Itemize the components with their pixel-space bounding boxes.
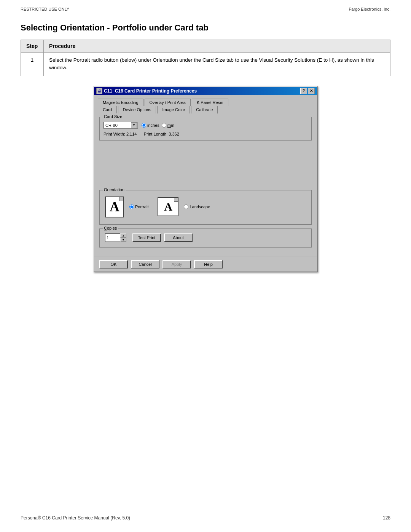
step-procedure: Select the Portrait radio button (below)… bbox=[44, 53, 390, 76]
inches-radio[interactable] bbox=[142, 123, 146, 128]
inches-radio-label[interactable]: inches bbox=[142, 123, 159, 128]
tab-overlay-print-area[interactable]: Overlay / Print Area bbox=[145, 99, 191, 106]
copies-group: Copies 1 ▲ ▼ Test Print About bbox=[99, 228, 312, 248]
ok-button[interactable]: OK bbox=[99, 260, 128, 268]
help-button[interactable]: Help bbox=[194, 260, 223, 268]
col-procedure: Procedure bbox=[44, 40, 390, 53]
copies-label: Copies bbox=[103, 226, 118, 230]
page-footer: Persona® C16 Card Printer Service Manual… bbox=[21, 515, 390, 521]
footer-right: 128 bbox=[383, 515, 390, 521]
tab-device-options[interactable]: Device Options bbox=[118, 106, 156, 113]
cancel-button[interactable]: Cancel bbox=[131, 260, 159, 268]
tab-image-color[interactable]: Image Color bbox=[157, 106, 190, 113]
tab-magnetic-encoding[interactable]: Magnetic Encoding bbox=[98, 99, 143, 106]
print-length-value: 3.362 bbox=[169, 132, 179, 136]
print-width-label: Print Width: bbox=[104, 132, 125, 136]
print-dimensions: Print Width: 2.114 Print Length: 3.362 bbox=[104, 132, 307, 136]
procedure-table: Step Procedure 1 Select the Portrait rad… bbox=[21, 40, 390, 76]
dialog-footer: OK Cancel Apply Help bbox=[94, 257, 317, 272]
copies-increment-button[interactable]: ▲ bbox=[120, 233, 126, 238]
tab-card[interactable]: Card bbox=[98, 106, 117, 113]
card-size-select[interactable]: CR-80 bbox=[104, 122, 138, 129]
about-button[interactable]: About bbox=[164, 233, 193, 242]
table-row: 1 Select the Portrait radio button (belo… bbox=[21, 53, 390, 76]
print-width-value: 2.114 bbox=[126, 132, 137, 136]
copies-spinner[interactable]: 1 ▲ ▼ bbox=[105, 233, 126, 242]
tab-k-panel-resin[interactable]: K Panel Resin bbox=[192, 99, 228, 106]
copies-decrement-button[interactable]: ▼ bbox=[120, 238, 126, 242]
card-size-select-wrapper[interactable]: CR-80 ▼ bbox=[104, 122, 138, 129]
portrait-radio-label[interactable]: Portrait bbox=[129, 204, 148, 209]
spacer bbox=[99, 144, 312, 190]
print-length-label: Print Length: bbox=[144, 132, 167, 136]
company-label: Fargo Electronics, Inc. bbox=[349, 7, 390, 11]
inches-label: inches bbox=[147, 123, 159, 128]
card-size-label: Card Size bbox=[103, 114, 123, 119]
orientation-label: Orientation bbox=[103, 187, 126, 192]
card-size-group: Card Size CR-80 ▼ inches bbox=[99, 117, 312, 141]
portrait-icon: A bbox=[105, 197, 124, 217]
landscape-radio-label[interactable]: Landscape bbox=[184, 204, 210, 209]
page-title: Selecting Orientation - Portfolio under … bbox=[21, 23, 390, 33]
test-print-button[interactable]: Test Print bbox=[132, 233, 161, 242]
dialog-title: C11_C16 Card Printer Printing Preference… bbox=[104, 88, 197, 94]
mm-radio-label[interactable]: mm bbox=[162, 123, 174, 128]
orientation-group: Orientation A Portrait A bbox=[99, 190, 312, 225]
apply-button[interactable]: Apply bbox=[162, 260, 191, 268]
footer-left: Persona® C16 Card Printer Service Manual… bbox=[21, 515, 130, 521]
landscape-text: Landscape bbox=[190, 204, 210, 209]
landscape-radio[interactable] bbox=[184, 204, 188, 209]
dialog-titlebar: 🖨 C11_C16 Card Printer Printing Preferen… bbox=[94, 87, 317, 95]
printing-preferences-dialog: 🖨 C11_C16 Card Printer Printing Preferen… bbox=[93, 86, 318, 272]
restricted-label: RESTRICTED USE ONLY bbox=[21, 7, 69, 11]
mm-label: mm bbox=[167, 123, 174, 128]
help-titlebar-button[interactable]: ? bbox=[300, 88, 307, 94]
step-number: 1 bbox=[21, 53, 44, 76]
close-titlebar-button[interactable]: ✕ bbox=[308, 88, 315, 94]
mm-radio[interactable] bbox=[162, 123, 166, 128]
portrait-radio[interactable] bbox=[129, 204, 134, 209]
col-step: Step bbox=[21, 40, 44, 53]
landscape-icon: A bbox=[158, 197, 178, 216]
tab-calibrate[interactable]: Calibrate bbox=[191, 106, 218, 113]
dialog-icon: 🖨 bbox=[96, 88, 102, 94]
portrait-text: Portrait bbox=[135, 204, 148, 209]
copies-input[interactable]: 1 bbox=[105, 233, 120, 242]
